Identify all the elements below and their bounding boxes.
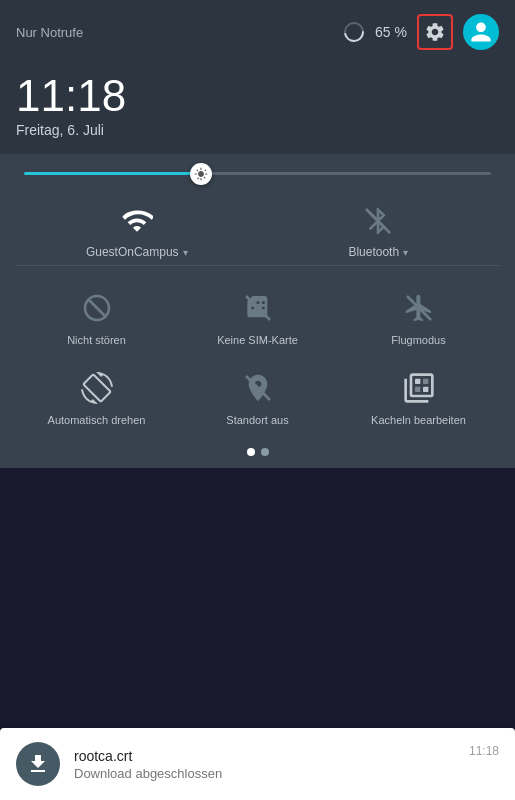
- quick-panel: GuestOnCampus ▾ Bluetooth ▾: [0, 154, 515, 468]
- svg-rect-7: [415, 379, 420, 384]
- time-display: 11:18: [16, 72, 499, 120]
- keine-sim-label: Keine SIM-Karte: [217, 334, 298, 346]
- brightness-row[interactable]: [16, 172, 499, 175]
- date-display: Freitag, 6. Juli: [16, 122, 499, 138]
- dot-2[interactable]: [261, 448, 269, 456]
- svg-rect-10: [423, 387, 428, 392]
- nicht-stoeren-label: Nicht stören: [67, 334, 126, 346]
- page-dots: [16, 448, 499, 456]
- bluetooth-toggle[interactable]: Bluetooth ▾: [258, 193, 500, 266]
- tile-keine-sim[interactable]: Keine SIM-Karte: [177, 276, 338, 356]
- download-icon: [26, 752, 50, 776]
- bluetooth-label: Bluetooth: [348, 245, 399, 259]
- auto-drehen-icon: [79, 370, 115, 406]
- nicht-stoeren-icon: [79, 290, 115, 326]
- standort-label: Standort aus: [226, 414, 288, 426]
- notification-title: rootca.crt: [74, 748, 455, 764]
- notification-time: 11:18: [469, 744, 499, 758]
- svg-rect-8: [423, 379, 428, 384]
- tiles-grid: Nicht stören Keine SIM-Karte Flugmodus: [16, 276, 499, 436]
- toggle-row: GuestOnCampus ▾ Bluetooth ▾: [16, 193, 499, 266]
- dot-1[interactable]: [247, 448, 255, 456]
- tile-flugmodus[interactable]: Flugmodus: [338, 276, 499, 356]
- gear-icon: [424, 21, 446, 43]
- flugmodus-icon: [401, 290, 437, 326]
- bluetooth-chevron-icon: ▾: [403, 247, 408, 258]
- notification-content: rootca.crt Download abgeschlossen: [74, 748, 455, 781]
- battery-percent: 65 %: [375, 24, 407, 40]
- wifi-toggle[interactable]: GuestOnCampus ▾: [16, 193, 258, 266]
- bluetooth-label-row: Bluetooth ▾: [348, 245, 408, 259]
- tile-nicht-stoeren[interactable]: Nicht stören: [16, 276, 177, 356]
- time-block: 11:18 Freitag, 6. Juli: [0, 64, 515, 154]
- wifi-label: GuestOnCampus: [86, 245, 179, 259]
- battery-icon: [343, 21, 365, 43]
- emergency-only-text: Nur Notrufe: [16, 25, 83, 40]
- auto-drehen-label: Automatisch drehen: [48, 414, 146, 426]
- tile-kacheln[interactable]: Kacheln bearbeiten: [338, 356, 499, 436]
- svg-rect-9: [415, 387, 420, 392]
- wifi-icon-container: [119, 203, 155, 239]
- notification-body: Download abgeschlossen: [74, 766, 455, 781]
- standort-icon: [240, 370, 276, 406]
- flugmodus-label: Flugmodus: [391, 334, 445, 346]
- kacheln-label: Kacheln bearbeiten: [371, 414, 466, 426]
- bluetooth-icon-container: [360, 203, 396, 239]
- wifi-icon: [121, 205, 153, 237]
- notification-card[interactable]: rootca.crt Download abgeschlossen 11:18: [0, 728, 515, 800]
- person-icon: [469, 20, 493, 44]
- kacheln-icon: [401, 370, 437, 406]
- wifi-label-row: GuestOnCampus ▾: [86, 245, 188, 259]
- brightness-sun-icon: [194, 167, 208, 181]
- status-right-group: 65 %: [343, 14, 499, 50]
- bluetooth-icon: [362, 205, 394, 237]
- settings-button[interactable]: [417, 14, 453, 50]
- wifi-chevron-icon: ▾: [183, 247, 188, 258]
- status-bar: Nur Notrufe 65 %: [0, 0, 515, 64]
- keine-sim-icon: [240, 290, 276, 326]
- brightness-slider[interactable]: [24, 172, 491, 175]
- notification-icon-circle: [16, 742, 60, 786]
- user-avatar[interactable]: [463, 14, 499, 50]
- tile-standort[interactable]: Standort aus: [177, 356, 338, 436]
- tile-auto-drehen[interactable]: Automatisch drehen: [16, 356, 177, 436]
- brightness-thumb[interactable]: [190, 163, 212, 185]
